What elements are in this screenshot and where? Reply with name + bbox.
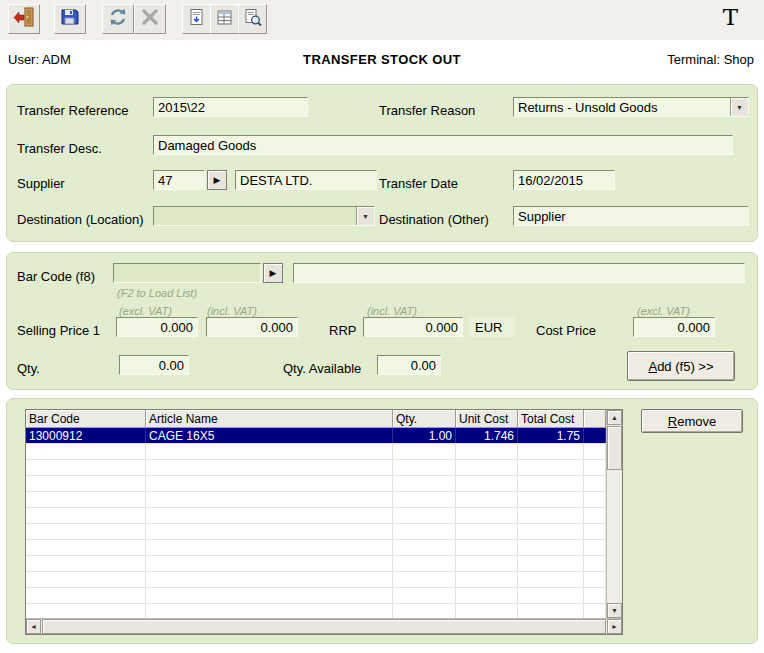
article-description-input[interactable]: [293, 263, 745, 283]
grid-empty-row: [26, 444, 606, 460]
transfer-reference-label: Transfer Reference: [17, 103, 129, 118]
cell-unit-cost: 1.746: [456, 428, 518, 443]
vertical-scrollbar[interactable]: ▲ ▼: [606, 410, 622, 618]
toolbar: T: [0, 0, 764, 40]
grid-body: 13000912 CAGE 16X5 1.00 1.746 1.75: [26, 428, 606, 618]
barcode-hint: (F2 to Load List): [117, 287, 197, 299]
grid-empty-row: [26, 492, 606, 508]
chevron-down-icon[interactable]: ▼: [730, 98, 748, 116]
destination-other-label: Destination (Other): [379, 212, 489, 227]
supplier-code-input[interactable]: [153, 170, 205, 190]
grid-empty-row: [26, 540, 606, 556]
grid-row-selected[interactable]: 13000912 CAGE 16X5 1.00 1.746 1.75: [26, 428, 606, 444]
page-title: TRANSFER STOCK OUT: [0, 52, 764, 67]
save-button[interactable]: [54, 4, 86, 34]
selling-price-label: Selling Price 1: [17, 323, 100, 338]
transfer-reason-value: Returns - Unsold Goods: [514, 98, 730, 116]
terminal-label: Terminal: Shop: [667, 52, 754, 67]
add-button-label: Add (f5) >>: [648, 359, 713, 374]
scroll-down-icon[interactable]: ▼: [607, 603, 622, 618]
col-header-bar-code[interactable]: Bar Code: [26, 410, 146, 428]
refresh-icon: [108, 7, 128, 31]
remove-button[interactable]: Remove: [641, 409, 743, 433]
cell-qty: 1.00: [393, 428, 456, 443]
qty-input[interactable]: [119, 355, 189, 375]
cell-bar-code: 13000912: [26, 428, 146, 443]
item-entry-panel: Bar Code (f8) ▶ (F2 to Load List) (excl.…: [6, 252, 758, 390]
col-header-qty[interactable]: Qty.: [393, 410, 456, 428]
selling-excl-vat-caption: (excl. VAT): [119, 305, 172, 317]
items-panel: Bar Code Article Name Qty. Unit Cost Tot…: [6, 398, 758, 644]
currency-label: EUR: [469, 317, 515, 337]
scroll-right-icon[interactable]: ►: [607, 619, 622, 634]
horizontal-scroll-thumb[interactable]: [42, 619, 606, 634]
add-button[interactable]: Add (f5) >>: [627, 351, 735, 381]
qty-available-input[interactable]: [377, 355, 441, 375]
delete-icon: [140, 7, 160, 31]
grid-empty-row: [26, 604, 606, 618]
delete-button[interactable]: [134, 4, 166, 34]
print-preview-icon: [243, 8, 262, 31]
col-header-article-name[interactable]: Article Name: [146, 410, 393, 428]
cell-article-name: CAGE 16X5: [146, 428, 393, 443]
horizontal-scrollbar[interactable]: ◄ ►: [26, 618, 622, 634]
scroll-left-icon[interactable]: ◄: [26, 619, 41, 634]
transfer-details-panel: Transfer Reference Transfer Reason Retur…: [6, 84, 758, 242]
cost-price-input[interactable]: [633, 317, 715, 337]
transfer-stock-out-window: T User: ADM TRANSFER STOCK OUT Terminal:…: [0, 0, 764, 653]
import-document-button[interactable]: [182, 4, 211, 34]
transfer-reason-label: Transfer Reason: [379, 103, 475, 118]
col-header-unit-cost[interactable]: Unit Cost: [456, 410, 518, 428]
print-preview-button[interactable]: [238, 4, 267, 34]
barcode-lookup-button[interactable]: ▶: [263, 263, 283, 283]
col-header-filler: [584, 410, 606, 428]
qty-available-label: Qty. Available: [283, 361, 361, 376]
scroll-up-icon[interactable]: ▲: [607, 410, 622, 425]
grid-empty-row: [26, 588, 606, 604]
grid-empty-row: [26, 572, 606, 588]
items-grid: Bar Code Article Name Qty. Unit Cost Tot…: [25, 409, 623, 635]
cost-excl-vat-caption: (excl. VAT): [637, 305, 690, 317]
col-header-total-cost[interactable]: Total Cost: [518, 410, 584, 428]
destination-location-select[interactable]: ▼: [153, 206, 375, 226]
grid-empty-row: [26, 556, 606, 572]
document-report-button[interactable]: [210, 4, 239, 34]
cost-price-label: Cost Price: [536, 323, 596, 338]
right-triangle-icon: ▶: [214, 175, 221, 185]
grid-empty-row: [26, 476, 606, 492]
transfer-date-input[interactable]: [513, 170, 615, 190]
grid-empty-row: [26, 524, 606, 540]
save-icon: [60, 7, 80, 31]
transfer-reason-select[interactable]: Returns - Unsold Goods ▼: [513, 97, 749, 117]
selling-price-excl-input[interactable]: [116, 317, 198, 337]
rrp-input[interactable]: [363, 317, 463, 337]
rrp-label: RRP: [329, 323, 356, 338]
grid-empty-row: [26, 460, 606, 476]
supplier-lookup-button[interactable]: ▶: [207, 170, 227, 190]
document-report-icon: [215, 8, 234, 31]
transfer-desc-label: Transfer Desc.: [17, 141, 102, 156]
vertical-scroll-thumb[interactable]: [607, 426, 622, 470]
chevron-down-icon[interactable]: ▼: [356, 207, 374, 225]
barcode-input[interactable]: [113, 263, 261, 283]
destination-other-input[interactable]: [513, 206, 749, 226]
remove-button-label: Remove: [668, 414, 716, 429]
barcode-label: Bar Code (f8): [17, 269, 95, 284]
transfer-reference-input[interactable]: [153, 97, 308, 117]
refresh-button[interactable]: [102, 4, 134, 34]
selling-incl-vat-caption: (incl. VAT): [207, 305, 257, 317]
selling-price-incl-input[interactable]: [206, 317, 298, 337]
cell-total-cost: 1.75: [518, 428, 584, 443]
transfer-desc-input[interactable]: [153, 135, 733, 155]
right-triangle-icon: ▶: [270, 268, 277, 278]
grid-empty-row: [26, 508, 606, 524]
supplier-name-input[interactable]: [235, 170, 377, 190]
rrp-incl-vat-caption: (incl. VAT): [367, 305, 417, 317]
transfer-date-label: Transfer Date: [379, 176, 458, 191]
exit-button[interactable]: [8, 4, 40, 34]
cell-filler: [584, 428, 606, 443]
supplier-label: Supplier: [17, 176, 65, 191]
qty-label: Qty.: [17, 361, 40, 376]
corner-letter: T: [723, 4, 738, 30]
grid-header-row: Bar Code Article Name Qty. Unit Cost Tot…: [26, 410, 606, 428]
